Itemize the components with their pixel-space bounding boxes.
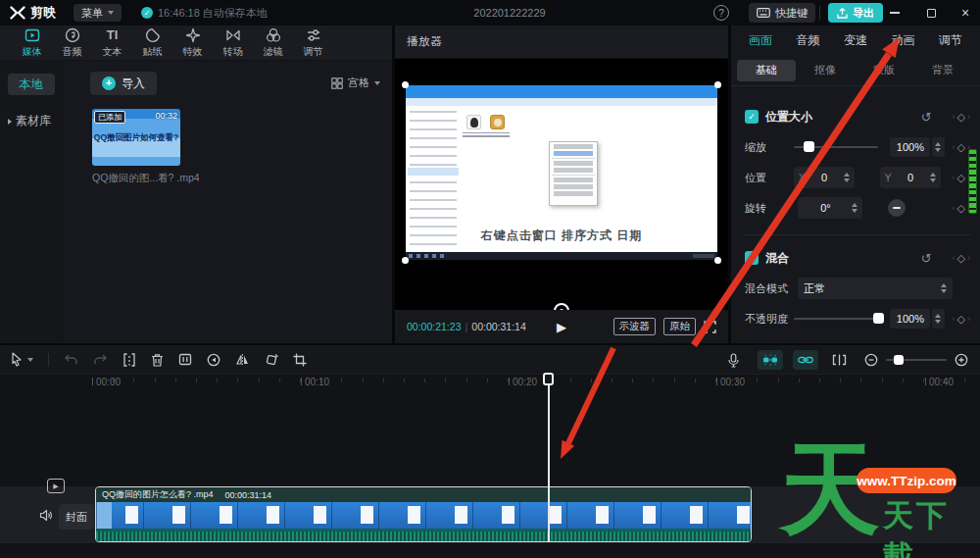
keyframe-next-icon[interactable]: › [967, 112, 970, 122]
tab-text[interactable]: TI 文本 [92, 27, 132, 59]
ruler-label[interactable]: 00:30 [716, 377, 745, 387]
sidebar-item-local[interactable]: 本地 [8, 74, 55, 95]
record-audio-button[interactable] [727, 353, 740, 368]
rotate-field[interactable]: 0° [798, 197, 862, 219]
keyframe-icon[interactable]: ◇ [957, 202, 965, 215]
snap-toggle[interactable] [758, 350, 783, 370]
tab-animation[interactable]: 动画 [892, 32, 915, 49]
subtab-mask[interactable]: 蒙版 [855, 60, 913, 81]
video-preview[interactable]: 右键点击窗口 排序方式 日期 [406, 85, 717, 260]
position-x-field[interactable]: X 0 [794, 167, 855, 188]
rotate-button[interactable] [265, 353, 278, 367]
ruler-label[interactable]: 00:10 [301, 377, 329, 387]
ruler-label[interactable]: 00:00 [92, 377, 121, 387]
keyframe-next-icon[interactable]: › [967, 253, 970, 263]
split-button[interactable] [122, 353, 136, 367]
delete-button[interactable] [151, 353, 164, 367]
track-type-icon[interactable]: ▶ [47, 479, 65, 493]
preview-axis-button[interactable] [832, 354, 847, 366]
position-y-field[interactable]: Y 0 [880, 167, 941, 188]
shortcut-button[interactable]: 快捷键 [749, 3, 815, 23]
tab-filters[interactable]: 滤镜 [253, 27, 293, 59]
timeline-clip[interactable]: QQ撤回的图片怎么看? .mp4 00:00:31:14 [95, 486, 752, 542]
subtab-cutout[interactable]: 抠像 [796, 60, 855, 81]
link-toggle[interactable] [793, 350, 818, 370]
zoom-in-button[interactable] [955, 353, 968, 367]
reverse-button[interactable] [207, 353, 220, 367]
opacity-value[interactable]: 100% [890, 309, 930, 329]
opacity-stepper[interactable] [932, 309, 944, 329]
maximize-button[interactable] [916, 0, 946, 25]
keyframe-prev-icon[interactable]: ‹ [953, 314, 956, 324]
keyframe-prev-icon[interactable]: ‹ [953, 112, 956, 122]
mute-track-button[interactable] [39, 509, 53, 524]
x-stepper[interactable] [844, 173, 850, 182]
tab-transitions[interactable]: 转场 [213, 27, 253, 59]
import-button[interactable]: + 导入 [90, 72, 157, 95]
ruler-label[interactable]: 00:40 [925, 377, 954, 387]
reset-icon[interactable]: ↺ [921, 251, 932, 266]
help-icon[interactable]: ? [713, 5, 729, 21]
dropdown-stepper[interactable] [941, 283, 947, 293]
keyframe-icon[interactable]: ◇ [957, 172, 965, 184]
tab-adjust[interactable]: 调节 [293, 27, 333, 59]
tab-audio[interactable]: 音频 [52, 27, 92, 59]
selection-handle[interactable] [402, 257, 409, 264]
fullscreen-icon[interactable] [704, 321, 716, 333]
freeze-frame-button[interactable] [178, 353, 192, 366]
rotate-dial[interactable] [888, 199, 906, 217]
keyframe-prev-icon[interactable]: ‹ [953, 203, 956, 213]
keyframe-icon[interactable]: ◇ [957, 313, 965, 326]
scale-value[interactable]: 100% [890, 137, 930, 157]
rotate-stepper[interactable] [852, 203, 858, 213]
selection-handle[interactable] [714, 81, 721, 88]
zoom-out-button[interactable] [864, 353, 878, 367]
tab-adjustment[interactable]: 调节 [939, 32, 962, 49]
subtab-background[interactable]: 背景 [913, 60, 972, 81]
checkbox-checked-icon[interactable]: ✓ [745, 251, 759, 265]
slider-knob[interactable] [804, 141, 814, 152]
tab-sticker[interactable]: 贴纸 [132, 27, 172, 59]
close-button[interactable]: × [951, 0, 980, 25]
selection-handle[interactable] [714, 257, 721, 264]
timeline-zoom-slider[interactable] [886, 359, 947, 361]
crop-button[interactable] [293, 353, 307, 367]
keyframe-prev-icon[interactable]: ‹ [953, 173, 956, 182]
select-tool[interactable] [10, 352, 33, 367]
slider-knob[interactable] [894, 355, 904, 365]
playhead-handle[interactable] [543, 373, 554, 385]
keyframe-icon[interactable]: ◇ [957, 111, 965, 124]
keyframe-control[interactable]: ‹ ◇ › [953, 111, 970, 124]
menu-button[interactable]: 菜单 [74, 4, 122, 22]
ruler-label[interactable]: 00:20 [509, 377, 537, 387]
slider-knob[interactable] [873, 313, 884, 324]
scale-stepper[interactable] [932, 137, 944, 157]
tab-effects[interactable]: 特效 [172, 27, 213, 59]
keyframe-next-icon[interactable]: › [967, 314, 970, 324]
minimize-button[interactable] [880, 0, 909, 25]
subtab-basic[interactable]: 基础 [737, 60, 796, 81]
sidebar-item-library[interactable]: 素材库 [0, 113, 62, 129]
checkbox-checked-icon[interactable]: ✓ [745, 110, 759, 124]
redo-button[interactable] [93, 353, 108, 366]
selection-handle[interactable] [402, 81, 409, 88]
keyframe-control[interactable]: ‹ ◇ › [953, 252, 970, 265]
opacity-slider[interactable] [794, 318, 878, 320]
mirror-button[interactable] [235, 353, 250, 366]
tab-audio-props[interactable]: 音频 [797, 32, 820, 49]
playhead-line[interactable] [548, 385, 550, 542]
keyframe-prev-icon[interactable]: ‹ [953, 253, 956, 263]
keyframe-icon[interactable]: ◇ [957, 141, 965, 154]
keyframe-prev-icon[interactable]: ‹ [953, 142, 956, 152]
blend-mode-dropdown[interactable]: 正常 [798, 278, 953, 299]
reset-icon[interactable]: ↺ [921, 110, 932, 125]
cover-button[interactable]: 封面 [59, 504, 94, 530]
y-stepper[interactable] [930, 173, 936, 182]
export-button[interactable]: 导出 [828, 3, 883, 23]
view-mode-selector[interactable]: 宫格 [331, 76, 380, 90]
original-quality-button[interactable]: 原始 [663, 318, 696, 335]
undo-button[interactable] [64, 353, 78, 366]
scope-button[interactable]: 示波器 [613, 318, 657, 335]
scale-slider[interactable] [794, 146, 878, 148]
media-clip-card[interactable]: 已添加 00:32 QQ撤回图片如何查看? [92, 109, 180, 166]
